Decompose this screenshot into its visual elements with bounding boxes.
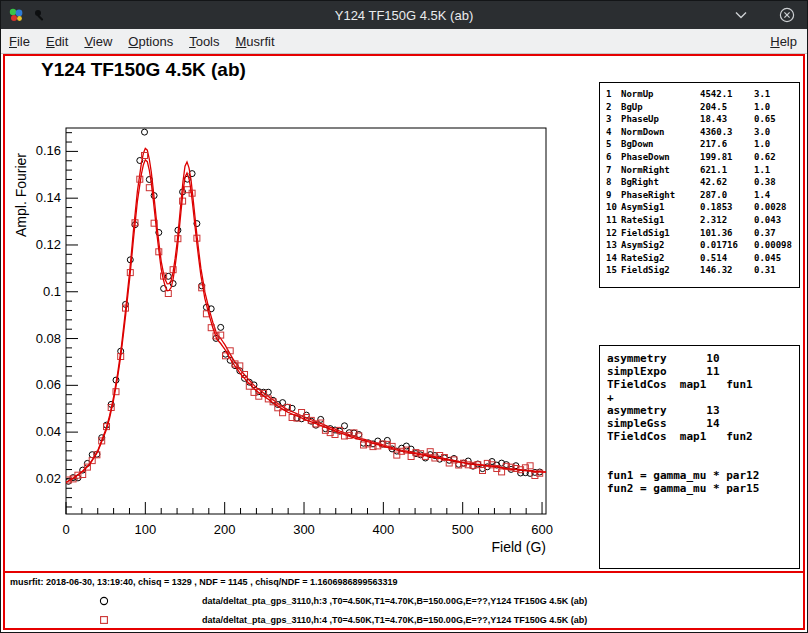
param-index: 9	[606, 189, 621, 202]
param-index: 2	[606, 101, 621, 114]
y-tick-label: 0.12	[36, 237, 61, 252]
param-value: 101.36	[700, 227, 754, 240]
theory-line: simpleGss 14	[607, 417, 799, 430]
y-tick-label: 0.1	[43, 284, 61, 299]
fourier-plot[interactable]: 0100200300400500600Field (G)0.020.040.06…	[11, 120, 596, 590]
param-value: 287.0	[700, 189, 754, 202]
param-row: 4NormDown4360.33.0	[606, 126, 799, 139]
fit-line-2	[66, 160, 546, 483]
param-name: BgRight	[621, 176, 700, 189]
close-icon[interactable]	[779, 7, 795, 23]
theory-line: simplExpo 11	[607, 365, 799, 378]
param-index: 14	[606, 252, 621, 265]
param-row: 7NormRight621.11.1	[606, 164, 799, 177]
param-row: 1NormUp4542.13.1	[606, 88, 799, 101]
param-index: 5	[606, 138, 621, 151]
param-name: PhaseDown	[621, 151, 700, 164]
param-name: BgDown	[621, 138, 700, 151]
param-error: 0.0028	[754, 201, 799, 214]
menu-view[interactable]: View	[76, 33, 120, 50]
fit-info-line: musrfit: 2018-06-30, 13:19:40, chisq = 1…	[10, 577, 397, 587]
param-row: 11RateSig12.3120.043	[606, 214, 799, 227]
window-title: Y124 TF150G 4.5K (ab)	[1, 8, 807, 23]
menu-tools[interactable]: Tools	[181, 33, 227, 50]
param-error: 0.31	[754, 264, 799, 277]
param-error: 1.1	[754, 164, 799, 177]
param-value: 42.62	[700, 176, 754, 189]
param-name: NormRight	[621, 164, 700, 177]
circle-glyph	[100, 597, 107, 604]
param-index: 10	[606, 201, 621, 214]
legend-square-marker-icon	[97, 613, 111, 627]
param-index: 3	[606, 113, 621, 126]
data-point-circle	[218, 324, 224, 330]
param-row: 12FieldSig1101.360.37	[606, 227, 799, 240]
pin-icon[interactable]	[32, 7, 48, 23]
theory-line	[607, 443, 799, 456]
app-icon	[8, 7, 24, 23]
param-value: 4360.3	[700, 126, 754, 139]
param-index: 8	[606, 176, 621, 189]
x-axis-title: Field (G)	[492, 539, 546, 555]
x-tick-label: 600	[531, 522, 553, 537]
menu-musrfit[interactable]: Musrfit	[228, 33, 283, 50]
param-value: 4542.1	[700, 88, 754, 101]
theory-line: TFieldCos map1 fun1	[607, 378, 799, 391]
menu-options[interactable]: Options	[120, 33, 181, 50]
param-index: 15	[606, 264, 621, 277]
param-error: 3.1	[754, 88, 799, 101]
titlebar: Y124 TF150G 4.5K (ab)	[1, 1, 807, 29]
x-axis: 0100200300400500600Field (G)	[62, 502, 553, 555]
menu-edit[interactable]: Edit	[38, 33, 76, 50]
param-row: 10AsymSig10.18530.0028	[606, 201, 799, 214]
y-tick-label: 0.08	[36, 331, 61, 346]
param-name: PhaseUp	[621, 113, 700, 126]
fit-parameters-box[interactable]: 1NormUp4542.13.12BgUp204.51.03PhaseUp18.…	[599, 82, 800, 288]
param-name: FieldSig1	[621, 227, 700, 240]
y-axis-title: Ampl. Fourier	[13, 153, 29, 237]
y-tick-label: 0.04	[36, 424, 61, 439]
param-name: FieldSig2	[621, 264, 700, 277]
param-row: 3PhaseUp18.430.65	[606, 113, 799, 126]
x-tick-label: 100	[134, 522, 156, 537]
menu-help[interactable]: Help	[762, 33, 805, 50]
theory-line: asymmetry 13	[607, 404, 799, 417]
param-error: 0.00098	[754, 239, 799, 252]
y-tick-label: 0.06	[36, 377, 61, 392]
param-index: 12	[606, 227, 621, 240]
param-value: 621.1	[700, 164, 754, 177]
param-error: 0.045	[754, 252, 799, 265]
legend-entry: data/deltat_pta_gps_3110,h:4 ,T0=4.50K,T…	[5, 612, 803, 628]
param-row: 5BgDown217.61.0	[606, 138, 799, 151]
y-tick-label: 0.14	[36, 190, 61, 205]
plot-title: Y124 TF150G 4.5K (ab)	[41, 59, 246, 81]
legend-circle-marker-icon	[97, 594, 111, 608]
param-row: 9PhaseRight287.01.4	[606, 189, 799, 202]
legend-label: data/deltat_pta_gps_3110,h:3 ,T0=4.50K,T…	[202, 596, 587, 606]
minimize-icon[interactable]	[733, 7, 749, 23]
param-error: 1.0	[754, 101, 799, 114]
data-point-circle	[142, 129, 148, 135]
theory-line: fun2 = gamma_mu * par15	[607, 482, 799, 495]
menubar: FileEditViewOptionsToolsMusrfitHelp	[1, 29, 807, 54]
x-tick-label: 400	[373, 522, 395, 537]
param-name: AsymSig1	[621, 201, 700, 214]
menu-file[interactable]: File	[1, 33, 38, 50]
theory-line: fun1 = gamma_mu * par12	[607, 469, 799, 482]
param-row: 2BgUp204.51.0	[606, 101, 799, 114]
param-value: 2.312	[700, 214, 754, 227]
param-index: 7	[606, 164, 621, 177]
square-glyph	[101, 617, 108, 624]
param-row: 6PhaseDown199.810.62	[606, 151, 799, 164]
param-error: 0.043	[754, 214, 799, 227]
theory-line: asymmetry 10	[607, 352, 799, 365]
theory-line	[607, 456, 799, 469]
param-name: RateSig2	[621, 252, 700, 265]
param-row: 8BgRight42.620.38	[606, 176, 799, 189]
param-name: RateSig1	[621, 214, 700, 227]
param-value: 18.43	[700, 113, 754, 126]
theory-box[interactable]: asymmetry 10simplExpo 11TFieldCos map1 f…	[599, 345, 800, 569]
param-name: AsymSig2	[621, 239, 700, 252]
root-canvas: Y124 TF150G 4.5K (ab) 010020030040050060…	[3, 54, 805, 630]
param-value: 217.6	[700, 138, 754, 151]
